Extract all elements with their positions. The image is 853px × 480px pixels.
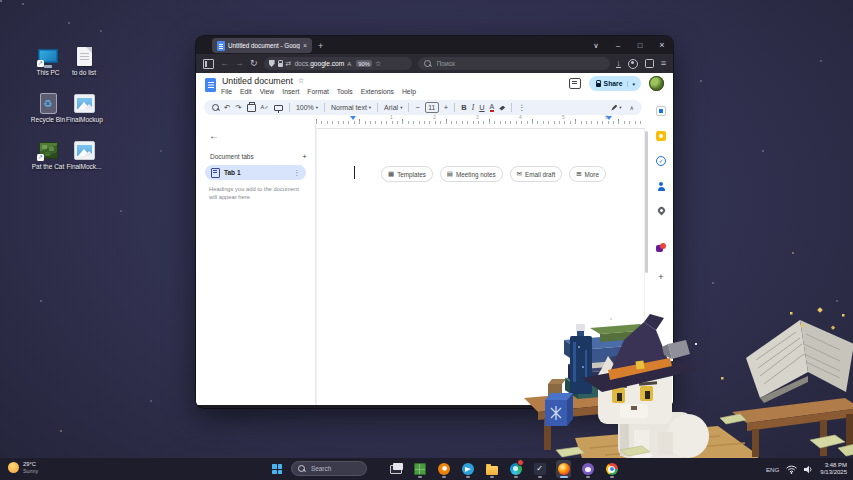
collapse-panel-icon[interactable]: ←	[209, 130, 219, 141]
desktop-icon-to-do-list[interactable]: to do list	[66, 44, 102, 91]
reload-icon[interactable]: ↻	[250, 59, 258, 68]
page-scrollbar[interactable]	[645, 131, 648, 273]
file-explorer-button[interactable]	[484, 460, 499, 478]
blender-button[interactable]	[436, 460, 451, 478]
language-indicator[interactable]: ENG	[766, 466, 779, 473]
decrease-font-icon[interactable]: −	[415, 104, 419, 112]
tab-close-icon[interactable]: ×	[303, 42, 307, 49]
maximize-button[interactable]: □	[629, 41, 651, 50]
share-button[interactable]: Share ▾	[589, 76, 641, 91]
start-button[interactable]	[272, 464, 282, 474]
comments-icon[interactable]	[569, 78, 581, 89]
list-tabs-icon[interactable]: ∨	[585, 41, 607, 50]
undo-icon[interactable]: ↶	[224, 104, 230, 112]
right-indent-marker[interactable]	[606, 116, 612, 120]
dark-check-app-button[interactable]: ✓	[532, 460, 547, 478]
menu-extensions[interactable]: Extensions	[361, 88, 394, 95]
menu-format[interactable]: Format	[307, 88, 329, 95]
bookmark-star-icon[interactable]: ☆	[375, 60, 381, 67]
close-button[interactable]: ×	[651, 40, 673, 50]
browser-titlebar[interactable]: Untitled document - Google D × + ∨ – □ ×	[196, 36, 673, 54]
browser-search-bar[interactable]	[418, 57, 611, 70]
chrome-button[interactable]	[604, 460, 619, 478]
address-bar[interactable]: ⇄ docs.google.com A 90% ☆	[264, 57, 412, 70]
desktop-icon-pat-the-cat[interactable]: ↗ Pat the Cat	[30, 138, 66, 185]
document-title[interactable]: Untitled document	[222, 76, 293, 86]
telegram-button[interactable]	[460, 460, 475, 478]
add-tab-icon[interactable]: +	[302, 152, 307, 161]
paragraph-style-select[interactable]: Normal text▾	[331, 104, 371, 111]
addon-icon[interactable]	[656, 243, 666, 253]
desktop-icon-this-pc[interactable]: ↗ This PC	[30, 44, 66, 91]
editing-mode-select[interactable]: ▾	[611, 105, 621, 111]
get-addons-icon[interactable]: +	[656, 272, 666, 282]
font-select[interactable]: Arial▾	[384, 104, 402, 111]
taskbar-search-input[interactable]	[309, 464, 360, 473]
redo-icon[interactable]: ↷	[235, 104, 241, 112]
italic-icon[interactable]: I	[472, 104, 475, 112]
more-toolbar-icon[interactable]: ⋮	[518, 104, 526, 112]
menu-view[interactable]: View	[260, 88, 275, 95]
bold-icon[interactable]: B	[461, 104, 466, 112]
print-icon[interactable]	[247, 104, 256, 112]
menu-edit[interactable]: Edit	[240, 88, 252, 95]
lock-icon[interactable]	[278, 63, 283, 67]
increase-font-icon[interactable]: +	[444, 104, 448, 112]
hamburger-menu-icon[interactable]: ≡	[661, 59, 666, 68]
menu-help[interactable]: Help	[402, 88, 416, 95]
hide-menus-icon[interactable]: ∧	[630, 105, 634, 111]
edge-button[interactable]	[508, 460, 523, 478]
browser-search-input[interactable]	[435, 59, 605, 68]
zoom-level-badge[interactable]: 90%	[356, 60, 372, 67]
underline-icon[interactable]: U	[479, 104, 484, 112]
new-tab-button[interactable]: +	[318, 41, 323, 51]
green-grid-app-button[interactable]	[412, 460, 427, 478]
maps-icon[interactable]	[656, 206, 666, 216]
firefox-button[interactable]	[556, 460, 571, 478]
back-icon[interactable]: ←	[220, 59, 229, 68]
taskbar-search[interactable]	[291, 461, 367, 476]
taskbar-clock[interactable]: 3:48 PM 9/13/2025	[820, 462, 847, 476]
menu-insert[interactable]: Insert	[282, 88, 299, 95]
spellcheck-icon[interactable]: A✓	[261, 105, 269, 111]
ruler[interactable]: 1 2 3 4 5 6	[316, 116, 645, 124]
desktop-icon-recycle-bin[interactable]: ♻ Recycle Bin	[30, 91, 66, 138]
document-page[interactable]: ▦Templates ▤Meeting notes ✉Email draft ⊞…	[316, 128, 645, 405]
tasks-icon[interactable]: ✓	[656, 156, 666, 166]
google-docs-icon[interactable]	[205, 78, 216, 92]
paint-format-icon[interactable]	[274, 105, 283, 111]
zoom-select[interactable]: 100%▾	[296, 104, 318, 111]
account-icon[interactable]	[628, 59, 638, 69]
tab-options-icon[interactable]: ⋮	[294, 169, 301, 177]
email-draft-chip[interactable]: ✉Email draft	[510, 166, 563, 182]
calendar-icon[interactable]	[656, 106, 666, 116]
downloads-icon[interactable]: ↓	[616, 59, 621, 68]
desktop-icon-finalmockup[interactable]: FinalMockup	[66, 91, 102, 138]
wifi-icon[interactable]	[786, 465, 797, 474]
share-caret-icon[interactable]: ▾	[627, 81, 639, 87]
sidebar-icon[interactable]	[203, 59, 214, 69]
contacts-icon[interactable]	[656, 181, 666, 191]
browser-tab[interactable]: Untitled document - Google D ×	[212, 38, 312, 53]
forward-icon[interactable]: →	[235, 59, 244, 68]
templates-chip[interactable]: ▦Templates	[381, 166, 433, 182]
left-indent-marker[interactable]	[350, 116, 356, 120]
meeting-notes-chip[interactable]: ▤Meeting notes	[440, 166, 503, 182]
translate-icon[interactable]: A	[347, 61, 351, 67]
font-size-field[interactable]: 11	[425, 102, 439, 113]
tracking-shield-icon[interactable]	[269, 60, 275, 67]
desktop-icon-finalmock2[interactable]: FinalMock...	[66, 138, 102, 185]
speaker-icon[interactable]	[804, 465, 813, 474]
github-desktop-button[interactable]	[580, 460, 595, 478]
menu-file[interactable]: File	[221, 88, 232, 95]
star-document-icon[interactable]: ☆	[298, 77, 304, 85]
menu-tools[interactable]: Tools	[337, 88, 353, 95]
account-avatar[interactable]	[649, 76, 664, 91]
swap-icon[interactable]: ⇄	[286, 60, 292, 67]
search-menus-icon[interactable]	[212, 104, 219, 111]
doc-tab-1[interactable]: Tab 1 ⋮	[205, 165, 306, 180]
extensions-icon[interactable]	[645, 59, 654, 68]
keep-icon[interactable]	[656, 131, 666, 141]
more-chip[interactable]: ⊞More	[569, 166, 606, 182]
minimize-button[interactable]: –	[607, 41, 629, 50]
